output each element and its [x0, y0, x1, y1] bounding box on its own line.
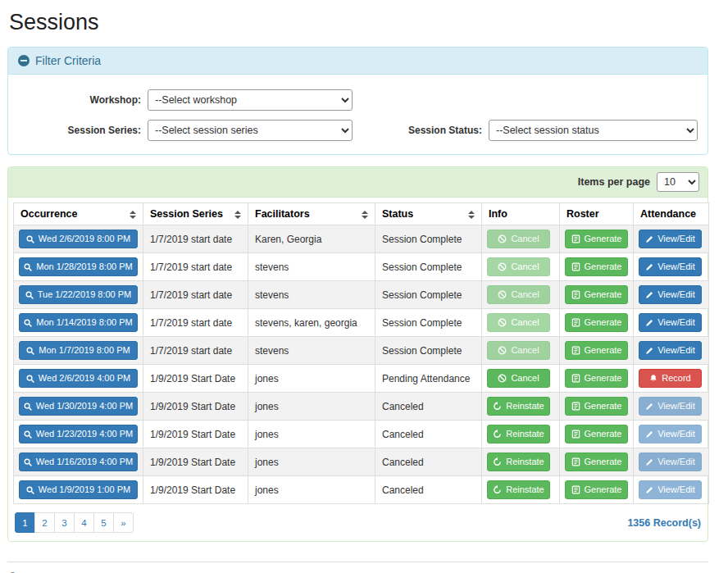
info-cell: Cancel: [482, 281, 560, 309]
cancel-icon: [498, 262, 507, 271]
occurrence-button[interactable]: Wed 2/6/2019 8:00 PM: [19, 230, 138, 248]
facilitators-cell: stevens: [248, 337, 375, 365]
pagination-page-4-button[interactable]: 4: [74, 512, 94, 533]
minus-circle-icon[interactable]: [18, 55, 30, 66]
info-cell: Cancel: [482, 365, 560, 393]
generate-button[interactable]: Generate: [565, 230, 628, 248]
record-button[interactable]: Record: [639, 369, 702, 388]
pagination-page-3-button[interactable]: 3: [54, 512, 75, 533]
info-cell: Cancel: [482, 309, 560, 337]
session-series-cell: 1/9/2019 Start Date: [143, 476, 248, 504]
table-row: Wed 2/6/2019 4:00 PM1/9/2019 Start Datej…: [14, 365, 709, 393]
sort-icon[interactable]: [130, 211, 136, 219]
cancel-icon: [498, 234, 507, 243]
generate-button[interactable]: Generate: [565, 480, 628, 499]
reinstate-button[interactable]: Reinstate: [487, 425, 550, 443]
status-cell: Canceled: [375, 421, 482, 448]
status-cell: Canceled: [375, 476, 482, 504]
occurrence-button[interactable]: Wed 1/30/2019 4:00 PM: [19, 397, 138, 416]
occurrence-button[interactable]: Mon 1/28/2019 8:00 PM: [19, 257, 138, 276]
session-series-select[interactable]: --Select session series: [148, 120, 353, 141]
roster-icon: [571, 485, 580, 494]
filter-criteria-header[interactable]: Filter Criteria: [8, 48, 708, 75]
button-label: View/Edit: [657, 430, 695, 439]
status-cell: Session Complete: [375, 337, 482, 365]
facilitators-cell: jones: [248, 365, 375, 393]
pagination-page-1-button[interactable]: 1: [15, 512, 35, 533]
undo-icon: [493, 402, 502, 411]
session-series-cell: 1/7/2019 start date: [143, 253, 248, 281]
workshop-select[interactable]: --Select workshop: [148, 89, 353, 111]
occurrence-cell: Mon 1/14/2019 8:00 PM: [14, 309, 143, 337]
occurrence-button[interactable]: Mon 1/7/2019 8:00 PM: [19, 341, 138, 360]
occurrence-button[interactable]: Tue 1/22/2019 8:00 PM: [19, 285, 138, 304]
view-edit-button[interactable]: View/Edit: [639, 285, 702, 304]
view-edit-button[interactable]: View/Edit: [639, 257, 702, 276]
pagination-page-5-button[interactable]: 5: [93, 512, 114, 533]
session-status-select[interactable]: --Select session status: [489, 120, 698, 141]
view-edit-button[interactable]: View/Edit: [639, 230, 702, 248]
status-cell: Pending Attendance: [375, 365, 482, 393]
attendance-cell: View/Edit: [634, 337, 709, 365]
reinstate-button[interactable]: Reinstate: [487, 397, 550, 416]
items-per-page-select[interactable]: 10: [657, 172, 699, 192]
generate-button[interactable]: Generate: [565, 425, 628, 443]
search-icon: [24, 458, 32, 466]
generate-button[interactable]: Generate: [565, 285, 628, 304]
cancel-button: Cancel: [487, 230, 550, 248]
button-label: Mon 1/14/2019 8:00 PM: [36, 318, 132, 327]
generate-button[interactable]: Generate: [565, 341, 628, 360]
info-cell: Cancel: [482, 225, 560, 253]
column-header-session-series[interactable]: Session Series: [143, 203, 248, 225]
button-label: Reinstate: [506, 402, 544, 411]
column-label-facilitators: Facilitators: [255, 208, 310, 220]
attendance-cell: View/Edit: [634, 281, 709, 309]
reinstate-button[interactable]: Reinstate: [487, 480, 550, 499]
view-edit-button[interactable]: View/Edit: [639, 313, 702, 332]
occurrence-button[interactable]: Wed 1/9/2019 1:00 PM: [19, 480, 138, 499]
column-header-info: Info: [482, 203, 560, 225]
pagination-next-button[interactable]: »: [113, 512, 134, 533]
occurrence-cell: Wed 2/6/2019 8:00 PM: [14, 225, 143, 253]
sort-icon[interactable]: [362, 211, 368, 219]
column-header-facilitators[interactable]: Facilitators: [248, 203, 375, 225]
sort-icon[interactable]: [234, 211, 241, 219]
occurrence-cell: Mon 1/28/2019 8:00 PM: [14, 253, 143, 281]
button-label: Cancel: [511, 374, 539, 383]
workshop-field: Workshop: --Select workshop: [18, 89, 353, 111]
reinstate-button[interactable]: Reinstate: [487, 452, 550, 471]
occurrence-button[interactable]: Wed 1/23/2019 4:00 PM: [19, 425, 138, 443]
button-label: Generate: [585, 290, 622, 299]
generate-button[interactable]: Generate: [565, 369, 628, 388]
cancel-button[interactable]: Cancel: [487, 369, 550, 388]
column-header-status[interactable]: Status: [375, 203, 482, 225]
generate-button[interactable]: Generate: [565, 313, 628, 332]
cancel-icon: [498, 374, 507, 383]
generate-button[interactable]: Generate: [565, 452, 628, 471]
roster-cell: Generate: [560, 365, 634, 393]
view-edit-button[interactable]: View/Edit: [639, 341, 702, 360]
button-label: View/Edit: [657, 262, 695, 271]
pagination-page-2-button[interactable]: 2: [34, 512, 55, 533]
column-header-occurrence[interactable]: Occurrence: [14, 203, 143, 225]
column-label-attendance: Attendance: [640, 208, 696, 220]
occurrence-button[interactable]: Mon 1/14/2019 8:00 PM: [19, 313, 138, 332]
table-row: Wed 2/6/2019 8:00 PM1/7/2019 start dateK…: [14, 225, 709, 253]
button-label: Wed 2/6/2019 8:00 PM: [39, 234, 130, 243]
sort-icon[interactable]: [468, 211, 475, 219]
button-label: Wed 1/30/2019 4:00 PM: [36, 402, 133, 411]
button-label: Cancel: [511, 346, 539, 355]
generate-button[interactable]: Generate: [565, 397, 628, 416]
generate-button[interactable]: Generate: [565, 257, 628, 276]
roster-icon: [571, 457, 580, 466]
occurrence-button[interactable]: Wed 1/16/2019 4:00 PM: [19, 452, 138, 471]
sessions-table: Occurrence Session Series Facilitators: [13, 202, 709, 504]
attendance-cell: View/Edit: [634, 448, 709, 476]
facilitators-cell: stevens: [248, 281, 375, 309]
session-series-label: Session Series:: [18, 125, 141, 136]
status-cell: Canceled: [375, 448, 482, 476]
occurrence-button[interactable]: Wed 2/6/2019 4:00 PM: [19, 369, 138, 388]
table-row: Mon 1/7/2019 8:00 PM1/7/2019 start dates…: [14, 337, 709, 365]
button-label: Generate: [585, 346, 622, 355]
roster-cell: Generate: [560, 253, 634, 281]
